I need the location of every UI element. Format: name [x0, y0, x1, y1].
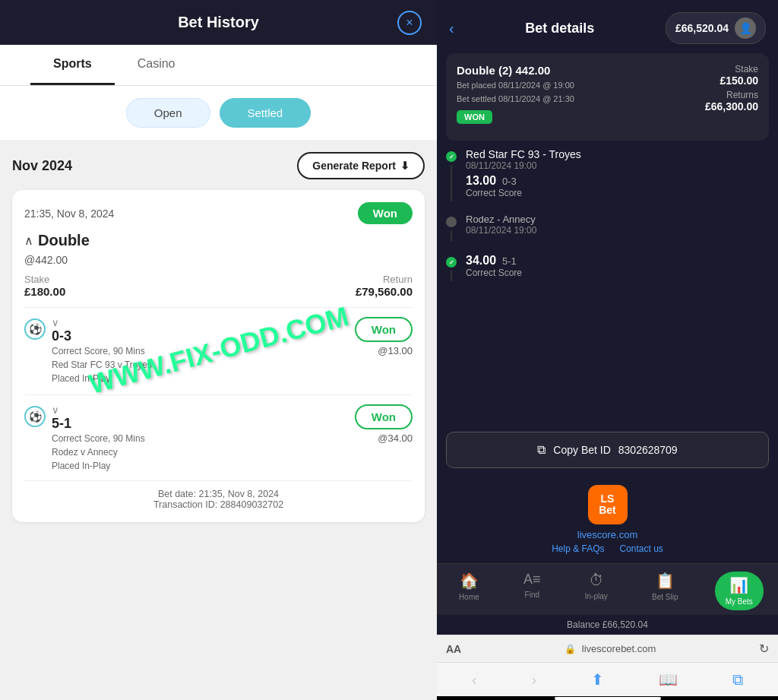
bet-footer: Bet date: 21:35, Nov 8, 2024 Transaction… — [24, 480, 413, 510]
bet-type-label: Double — [38, 232, 90, 249]
nav-find-label: Find — [525, 591, 539, 599]
safari-forward-button[interactable]: › — [532, 671, 537, 689]
bd-stake-value: £150.00 — [705, 74, 758, 87]
tl-type-1: Correct Score — [466, 188, 769, 198]
selection-2-score: 5-1 — [52, 416, 145, 432]
selection-1-desc: Correct Score, 90 Mins Red Star FC 93 v … — [52, 344, 152, 385]
nav-home-label: Home — [459, 593, 479, 601]
bd-settled-date: Bet settled 08/11/2024 @ 21:30 — [457, 93, 705, 106]
selection-2: ⚽ ∨ 5-1 Correct Score, 90 Mins Rodez v A… — [24, 404, 413, 473]
tab-sports[interactable]: Sports — [30, 45, 115, 85]
balance-bar: Balance £66,520.04 — [437, 615, 778, 635]
tl-date-mid: 08/11/2024 19:00 — [466, 225, 769, 236]
nav-find[interactable]: A≡ Find — [516, 572, 549, 610]
chevron-down-icon-2: ∨ — [52, 404, 59, 416]
filter-row: Open Settled — [0, 86, 437, 140]
selection-1-odds: @13.00 — [378, 345, 413, 356]
safari-share-button[interactable]: ⬆ — [591, 670, 604, 689]
bet-type-row: ∧ Double — [24, 232, 413, 249]
filter-open[interactable]: Open — [126, 98, 210, 128]
chevron-up-icon: ∧ — [24, 233, 33, 248]
safari-nav: ‹ › ⬆ 📖 ⧉ — [437, 662, 778, 696]
tl-date-1: 08/11/2024 19:00 — [466, 160, 769, 171]
won-badge-main: Won — [358, 202, 413, 224]
bet-top-row: 21:35, Nov 8, 2024 Won — [24, 202, 413, 224]
left-panel: Bet History × Sports Casino Open Settled… — [0, 0, 437, 700]
chevron-down-icon-1: ∨ — [52, 317, 59, 328]
month-label: Nov 2024 — [12, 158, 72, 174]
ls-brand: LS Bet livescore.com Help & FAQs Contact… — [437, 476, 778, 563]
soccer-icon-2: ⚽ — [24, 406, 46, 427]
filter-settled[interactable]: Settled — [220, 98, 312, 128]
bd-title: Double (2) 442.00 — [457, 64, 705, 77]
tab-casino[interactable]: Casino — [115, 45, 198, 85]
safari-bookmarks-button[interactable]: 📖 — [659, 670, 678, 689]
return-value: £79,560.00 — [356, 285, 413, 298]
stake-value: £180.00 — [24, 285, 65, 298]
timeline-item-1: Red Star FC 93 - Troyes 08/11/2024 19:00… — [446, 148, 769, 201]
return-label: Return — [356, 274, 413, 285]
nav-betslip[interactable]: 📋 Bet Slip — [644, 572, 685, 610]
bottom-nav: 🏠 Home A≡ Find ⏱ In-play 📋 Bet Slip 📊 My… — [437, 563, 778, 615]
divider-2 — [24, 394, 413, 395]
close-button[interactable]: × — [397, 11, 422, 35]
ls-bet-logo: LS Bet — [588, 485, 628, 524]
copy-bet-id-button[interactable]: ⧉ Copy Bet ID 8302628709 — [446, 432, 769, 468]
home-icon: 🏠 — [460, 572, 479, 590]
nav-inplay-label: In-play — [585, 592, 608, 600]
stake-label: Stake — [24, 274, 65, 285]
bd-returns-value: £66,300.00 — [705, 100, 758, 112]
nav-home[interactable]: 🏠 Home — [451, 572, 487, 610]
browser-bar: AA 🔒 livescorebet.com ↻ — [437, 635, 778, 662]
betslip-icon: 📋 — [656, 572, 675, 590]
nav-mybets-label: My Bets — [726, 597, 753, 606]
bd-stake-label: Stake — [705, 64, 758, 74]
bd-won-tag: WON — [457, 110, 492, 124]
bd-returns-label: Returns — [705, 90, 758, 100]
soccer-icon-1: ⚽ — [24, 318, 46, 340]
balance-amount: £66,520.04 — [675, 22, 729, 34]
right-panel: ‹ Bet details £66,520.04 👤 Double (2) 44… — [437, 0, 778, 700]
selection-1-status: Won — [355, 317, 413, 342]
safari-tabs-button[interactable]: ⧉ — [732, 671, 743, 689]
bet-time: 21:35, Nov 8, 2024 — [24, 207, 114, 220]
tl-score-2: 34.00 — [466, 254, 496, 268]
selection-1: ⚽ ∨ 0-3 Correct Score, 90 Mins Red Star … — [24, 317, 413, 385]
timeline-dot-2 — [446, 257, 457, 268]
content-area: Nov 2024 Generate Report ⬇ 21:35, Nov 8,… — [0, 140, 437, 700]
mybets-icon: 📊 — [729, 576, 748, 594]
reload-button[interactable]: ↻ — [759, 641, 769, 656]
user-avatar[interactable]: 👤 — [735, 17, 756, 39]
tl-result-1: 0-3 — [502, 176, 517, 187]
back-button[interactable]: ‹ — [449, 20, 454, 37]
selection-2-desc: Correct Score, 90 Mins Rodez v Annecy Pl… — [52, 432, 145, 473]
inplay-icon: ⏱ — [589, 572, 604, 589]
timeline-item-3: 34.00 5-1 Correct Score — [446, 254, 769, 281]
safari-back-button[interactable]: ‹ — [472, 671, 477, 689]
tl-match-mid: Rodez - Annecy — [466, 214, 769, 225]
tl-result-2: 5-1 — [502, 255, 517, 267]
timeline-dot-1 — [446, 151, 457, 162]
nav-inplay[interactable]: ⏱ In-play — [577, 572, 615, 610]
bet-history-title: Bet History — [178, 14, 259, 31]
find-icon: A≡ — [523, 572, 541, 588]
generate-report-button[interactable]: Generate Report ⬇ — [297, 152, 425, 179]
bet-card: 21:35, Nov 8, 2024 Won ∧ Double @442.00 … — [12, 190, 425, 522]
bet-details-card: Double (2) 442.00 Bet placed 08/11/2024 … — [446, 53, 769, 141]
divider-1 — [24, 307, 413, 308]
bet-odds: @442.00 — [24, 254, 413, 266]
nav-mybets[interactable]: 📊 My Bets — [715, 572, 764, 610]
nav-betslip-label: Bet Slip — [652, 593, 678, 601]
selection-2-status: Won — [355, 404, 413, 429]
browser-aa[interactable]: AA — [446, 643, 461, 655]
browser-url: livescorebet.com — [582, 643, 656, 654]
contact-link[interactable]: Contact us — [619, 543, 663, 554]
return-col: Return £79,560.00 — [356, 274, 413, 298]
tl-score-1: 13.00 — [466, 174, 496, 188]
lock-icon: 🔒 — [565, 644, 576, 654]
timeline-dot-mid — [446, 217, 457, 227]
ls-site-link[interactable]: livescore.com — [577, 529, 637, 540]
help-faq-link[interactable]: Help & FAQs — [552, 543, 604, 554]
selection-1-score: 0-3 — [52, 328, 152, 344]
tl-match-1: Red Star FC 93 - Troyes — [466, 148, 769, 160]
